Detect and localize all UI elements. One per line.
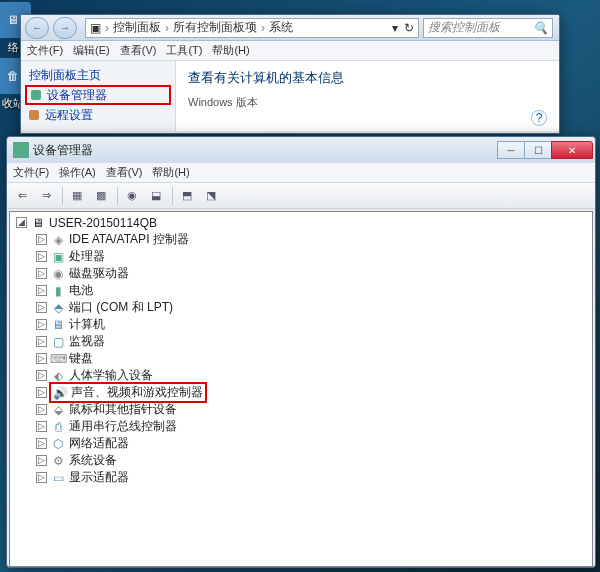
- maximize-button[interactable]: ☐: [524, 141, 552, 159]
- minimize-button[interactable]: ─: [497, 141, 525, 159]
- device-icon: ▣: [51, 250, 65, 264]
- shield-icon: [29, 110, 39, 120]
- dm-menubar: 文件(F) 操作(A) 查看(V) 帮助(H): [7, 163, 595, 183]
- device-icon: ⬖: [51, 369, 65, 383]
- expand-icon[interactable]: ▷: [36, 234, 47, 245]
- shield-icon: [31, 90, 41, 100]
- expand-icon[interactable]: ▷: [36, 472, 47, 483]
- nav-forward-button[interactable]: →: [53, 17, 77, 39]
- tree-item[interactable]: ▷🖥计算机: [10, 316, 592, 333]
- tree-item[interactable]: ▷🔊声音、视频和游戏控制器: [10, 384, 592, 401]
- toolbar-button[interactable]: ▦: [66, 186, 88, 206]
- tree-item[interactable]: ▷▮电池: [10, 282, 592, 299]
- tree-item[interactable]: ▷⚙系统设备: [10, 452, 592, 469]
- app-icon: [13, 142, 29, 158]
- expand-icon[interactable]: ▷: [36, 268, 47, 279]
- search-input[interactable]: 搜索控制面板 🔍: [423, 18, 553, 38]
- device-label: 处理器: [69, 248, 105, 265]
- breadcrumb-item[interactable]: 系统: [269, 19, 293, 36]
- device-icon: ▢: [51, 335, 65, 349]
- toolbar-button[interactable]: ◉: [121, 186, 143, 206]
- tree-item[interactable]: ▷⬘端口 (COM 和 LPT): [10, 299, 592, 316]
- dm-toolbar: ⇐ ⇒ ▦ ▩ ◉ ⬓ ⬒ ⬔: [7, 183, 595, 209]
- sidebar-remote[interactable]: 远程设置: [21, 105, 175, 125]
- expand-icon[interactable]: ▷: [36, 438, 47, 449]
- device-label: IDE ATA/ATAPI 控制器: [69, 231, 189, 248]
- expand-icon[interactable]: ▷: [36, 302, 47, 313]
- device-label: 键盘: [69, 350, 93, 367]
- expand-icon[interactable]: ▷: [36, 285, 47, 296]
- breadcrumb-item[interactable]: 所有控制面板项: [173, 19, 257, 36]
- menu-view[interactable]: 查看(V): [106, 165, 143, 180]
- tree-item[interactable]: ▷⎙通用串行总线控制器: [10, 418, 592, 435]
- menu-file[interactable]: 文件(F): [13, 165, 49, 180]
- menu-edit[interactable]: 编辑(E): [73, 43, 110, 58]
- device-label: 网络适配器: [69, 435, 129, 452]
- help-icon[interactable]: ?: [531, 110, 547, 126]
- device-icon: ▮: [51, 284, 65, 298]
- tree-item[interactable]: ▷⌨键盘: [10, 350, 592, 367]
- expand-icon[interactable]: ▷: [36, 336, 47, 347]
- sidebar-device-manager[interactable]: 设备管理器: [25, 85, 171, 105]
- tree-item[interactable]: ▷▭显示适配器: [10, 469, 592, 486]
- tree-item[interactable]: ▷▣处理器: [10, 248, 592, 265]
- device-icon: ⬘: [51, 301, 65, 315]
- sidebar-home[interactable]: 控制面板主页: [21, 65, 175, 85]
- device-label: 声音、视频和游戏控制器: [71, 384, 203, 401]
- device-tree[interactable]: ◢ 🖥 USER-20150114QB ▷◈IDE ATA/ATAPI 控制器▷…: [9, 211, 593, 567]
- tree-item[interactable]: ▷◈IDE ATA/ATAPI 控制器: [10, 231, 592, 248]
- collapse-icon[interactable]: ◢: [16, 217, 27, 228]
- toolbar-button[interactable]: ⬓: [145, 186, 167, 206]
- refresh-icon[interactable]: ↻: [404, 21, 414, 35]
- tree-item[interactable]: ▷▢监视器: [10, 333, 592, 350]
- computer-icon: 🖥: [31, 216, 45, 230]
- expand-icon[interactable]: ▷: [36, 319, 47, 330]
- tree-root[interactable]: ◢ 🖥 USER-20150114QB: [10, 214, 592, 231]
- toolbar-button[interactable]: ⬔: [200, 186, 222, 206]
- search-icon: 🔍: [533, 21, 548, 35]
- dm-titlebar: 设备管理器 ─ ☐ ✕: [7, 137, 595, 163]
- cp-content: 查看有关计算机的基本信息 Windows 版本 ?: [176, 61, 559, 131]
- close-button[interactable]: ✕: [551, 141, 593, 159]
- device-manager-window: 设备管理器 ─ ☐ ✕ 文件(F) 操作(A) 查看(V) 帮助(H) ⇐ ⇒ …: [6, 136, 596, 568]
- menu-view[interactable]: 查看(V): [120, 43, 157, 58]
- device-icon: ◈: [51, 233, 65, 247]
- root-label: USER-20150114QB: [49, 216, 157, 230]
- device-label: 鼠标和其他指针设备: [69, 401, 177, 418]
- device-icon: 🔊: [53, 386, 67, 400]
- device-icon: ⚙: [51, 454, 65, 468]
- device-icon: 🖥: [51, 318, 65, 332]
- tree-item[interactable]: ▷⬙鼠标和其他指针设备: [10, 401, 592, 418]
- watermark: 系统之家: [514, 540, 590, 564]
- tree-item[interactable]: ▷◉磁盘驱动器: [10, 265, 592, 282]
- forward-button[interactable]: ⇒: [35, 186, 57, 206]
- expand-icon[interactable]: ▷: [36, 370, 47, 381]
- menu-help[interactable]: 帮助(H): [152, 165, 189, 180]
- address-bar[interactable]: ▣ › 控制面板 › 所有控制面板项 › 系统 ▾ ↻: [85, 18, 419, 38]
- expand-icon[interactable]: ▷: [36, 387, 47, 398]
- toolbar-button[interactable]: ▩: [90, 186, 112, 206]
- breadcrumb-item[interactable]: 控制面板: [113, 19, 161, 36]
- device-icon: ⬙: [51, 403, 65, 417]
- nav-back-button[interactable]: ←: [25, 17, 49, 39]
- device-label: 显示适配器: [69, 469, 129, 486]
- expand-icon[interactable]: ▷: [36, 455, 47, 466]
- search-placeholder: 搜索控制面板: [428, 19, 500, 36]
- expand-icon[interactable]: ▷: [36, 421, 47, 432]
- device-icon: ⌨: [51, 352, 65, 366]
- control-panel-window: ← → ▣ › 控制面板 › 所有控制面板项 › 系统 ▾ ↻ 搜索控制面板 🔍…: [20, 14, 560, 134]
- menu-help[interactable]: 帮助(H): [212, 43, 249, 58]
- menu-tools[interactable]: 工具(T): [166, 43, 202, 58]
- menu-file[interactable]: 文件(F): [27, 43, 63, 58]
- cp-addressbar-row: ← → ▣ › 控制面板 › 所有控制面板项 › 系统 ▾ ↻ 搜索控制面板 🔍: [21, 15, 559, 41]
- expand-icon[interactable]: ▷: [36, 251, 47, 262]
- toolbar-button[interactable]: ⬒: [176, 186, 198, 206]
- device-icon: ⎙: [51, 420, 65, 434]
- expand-icon[interactable]: ▷: [36, 353, 47, 364]
- dropdown-icon[interactable]: ▾: [392, 21, 398, 35]
- menu-action[interactable]: 操作(A): [59, 165, 96, 180]
- expand-icon[interactable]: ▷: [36, 404, 47, 415]
- back-button[interactable]: ⇐: [11, 186, 33, 206]
- cp-menubar: 文件(F) 编辑(E) 查看(V) 工具(T) 帮助(H): [21, 41, 559, 61]
- tree-item[interactable]: ▷⬡网络适配器: [10, 435, 592, 452]
